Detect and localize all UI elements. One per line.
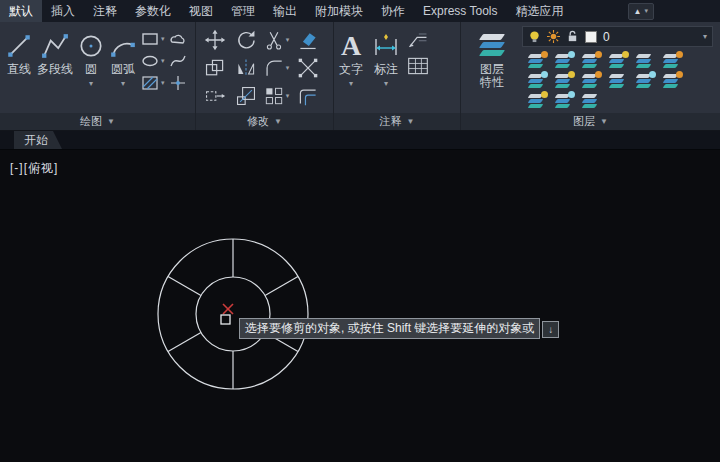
panel-label-layers[interactable]: 图层 ▼: [461, 113, 720, 130]
panel-modify: ▾ ▾ ▾ 修改 ▼: [196, 22, 334, 130]
chevron-down-icon: ▾: [89, 77, 93, 90]
array-button[interactable]: ▾: [262, 85, 292, 107]
panel-expand-icon: ▼: [274, 117, 282, 126]
menu-tab-4[interactable]: 参数化: [126, 0, 180, 22]
down-arrow-icon: ↓: [548, 324, 553, 335]
current-layer-name: 0: [603, 30, 610, 44]
layer-tool-lock-icon[interactable]: [553, 73, 573, 89]
ellipse-button[interactable]: ▾: [139, 50, 167, 72]
menu-tab-2[interactable]: 插入: [42, 0, 84, 22]
trim-icon: [264, 30, 284, 50]
panel-label-annotate[interactable]: 注释 ▼: [334, 113, 460, 130]
explode-button[interactable]: [297, 57, 319, 79]
copy-button[interactable]: [204, 57, 226, 79]
rectangle-icon: [141, 30, 159, 48]
copy-icon: [204, 57, 226, 79]
layer-tool-plain-icon[interactable]: [634, 53, 654, 69]
layer-tool-lock-icon[interactable]: [526, 93, 546, 109]
rotate-icon: [235, 29, 257, 51]
scale-button[interactable]: [235, 85, 257, 107]
chevron-down-icon: ▾: [161, 79, 165, 87]
spline-button[interactable]: [167, 50, 189, 72]
menu-tab-7[interactable]: 输出: [264, 0, 306, 22]
layer-tool-sun-icon[interactable]: [661, 53, 681, 69]
arc-button[interactable]: 圆弧 ▾: [107, 24, 139, 113]
scale-icon: [235, 85, 257, 107]
layer-tool-sun-icon[interactable]: [580, 73, 600, 89]
command-tooltip: 选择要修剪的对象, 或按住 Shift 键选择要延伸的对象或: [239, 318, 540, 339]
model-space-drawing: [0, 150, 720, 462]
layer-tool-snow-icon[interactable]: [526, 73, 546, 89]
layer-tool-snow-icon[interactable]: [553, 53, 573, 69]
layers-panel-title: 图层: [573, 114, 595, 129]
leader-button[interactable]: [407, 30, 429, 50]
chevron-down-icon: ▾: [703, 32, 707, 41]
offset-icon: [297, 85, 319, 107]
menu-tab-1[interactable]: 默认: [0, 0, 42, 22]
layer-tool-plain-icon[interactable]: [580, 93, 600, 109]
layer-dropdown[interactable]: 0 ▾: [522, 26, 713, 47]
stretch-button[interactable]: [204, 85, 226, 107]
panel-expand-icon: ▼: [107, 117, 115, 126]
menu-bar: 默认插入注释参数化视图管理输出附加模块协作Express Tools精选应用 ▲…: [0, 0, 720, 22]
layer-tool-snow-icon[interactable]: [634, 73, 654, 89]
menu-tab-11[interactable]: 精选应用: [506, 0, 572, 22]
trim-button[interactable]: ▾: [262, 29, 292, 51]
layer-tool-sun-icon[interactable]: [526, 53, 546, 69]
revision-cloud-button[interactable]: [167, 28, 189, 50]
chevron-down-icon: ▾: [121, 77, 125, 90]
line-button[interactable]: 直线: [3, 24, 35, 113]
chevron-down-icon: ▾: [286, 64, 290, 72]
layer-on-bulb-icon: [528, 30, 541, 43]
fillet-icon: [264, 58, 284, 78]
layer-properties-button[interactable]: 图层 特性: [464, 24, 520, 113]
panel-label-modify[interactable]: 修改 ▼: [196, 113, 333, 130]
menu-tab-5[interactable]: 视图: [180, 0, 222, 22]
layer-tool-plain-icon[interactable]: [607, 73, 627, 89]
erase-icon: [297, 29, 319, 51]
stretch-icon: [204, 85, 226, 107]
file-tab-start[interactable]: 开始: [14, 131, 62, 149]
chevron-down-icon: ▾: [286, 36, 290, 44]
chevron-down-icon: ▾: [286, 92, 290, 100]
chevron-down-icon: ▾: [644, 7, 648, 15]
menu-tab-6[interactable]: 管理: [222, 0, 264, 22]
text-button[interactable]: A 文字 ▾: [337, 24, 365, 113]
menu-tab-8[interactable]: 附加模块: [306, 0, 372, 22]
layer-tool-sun-icon[interactable]: [580, 53, 600, 69]
chevron-down-icon: ▾: [349, 77, 353, 90]
ellipse-icon: [141, 52, 159, 70]
menu-tab-10[interactable]: Express Tools: [414, 0, 506, 22]
polyline-button[interactable]: 多段线: [35, 24, 75, 113]
layer-tool-lock-icon[interactable]: [607, 53, 627, 69]
mirror-button[interactable]: [235, 57, 257, 79]
layer-tool-sun-icon[interactable]: [661, 73, 681, 89]
erase-button[interactable]: [297, 29, 319, 51]
offset-button[interactable]: [297, 85, 319, 107]
arc-label: 圆弧: [111, 63, 135, 76]
fillet-button[interactable]: ▾: [262, 57, 292, 79]
circle-button[interactable]: 圆 ▾: [75, 24, 107, 113]
modify-panel-title: 修改: [247, 114, 269, 129]
drawing-area[interactable]: [-][俯视] 选择要修剪的对象, 或按住 Shift 键选择要延伸的对象或 ↓: [0, 150, 720, 462]
panel-label-draw[interactable]: 绘图 ▼: [0, 113, 195, 130]
ribbon-collapse-button[interactable]: ▲ ▾: [628, 3, 654, 20]
menu-tab-3[interactable]: 注释: [84, 0, 126, 22]
layer-tool-snow-icon[interactable]: [553, 93, 573, 109]
rectangle-button[interactable]: ▾: [139, 28, 167, 50]
collapse-icon: ▲: [634, 7, 642, 16]
rotate-button[interactable]: [235, 29, 257, 51]
move-button[interactable]: [204, 29, 226, 51]
menu-tab-9[interactable]: 协作: [372, 0, 414, 22]
hatch-button[interactable]: ▾: [139, 72, 167, 94]
point-button[interactable]: [167, 72, 189, 94]
polyline-label: 多段线: [37, 63, 73, 76]
table-button[interactable]: [407, 56, 429, 76]
layer-tools-grid: [522, 47, 708, 109]
dimension-icon: [371, 29, 401, 63]
dynamic-input-arrow-icon[interactable]: ↓: [542, 321, 559, 338]
hatch-icon: [141, 74, 159, 92]
dimension-button[interactable]: 标注 ▾: [369, 24, 403, 113]
viewport-controls[interactable]: [-][俯视]: [10, 160, 58, 177]
panel-expand-icon: ▼: [407, 117, 415, 126]
